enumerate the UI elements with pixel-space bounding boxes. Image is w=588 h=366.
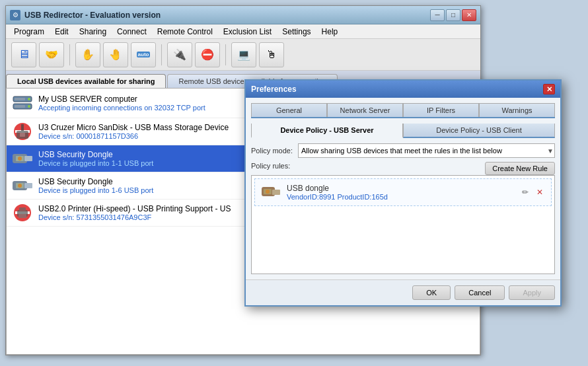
dialog-footer: OK Cancel Apply: [246, 279, 560, 305]
policy-rules-section: Create New Rule Policy rules:: [251, 162, 555, 175]
disconnect-icon: ⛔: [201, 48, 214, 61]
minimize-button[interactable]: ─: [430, 9, 445, 21]
svg-point-2: [28, 98, 30, 100]
toolbar-btn-7[interactable]: 💻: [231, 42, 256, 67]
dialog-title-bar: Preferences ✕: [246, 81, 560, 98]
svg-point-14: [18, 157, 22, 161]
tab-ip-filters[interactable]: IP Filters: [403, 103, 479, 117]
svg-rect-25: [272, 190, 280, 195]
menu-exclusion-list[interactable]: Exclusion List: [218, 26, 277, 38]
ok-button[interactable]: OK: [412, 285, 451, 300]
tab-warnings[interactable]: Warnings: [479, 103, 555, 117]
connect-icon: 🔌: [173, 48, 186, 61]
toolbar-sep-2: [161, 44, 162, 65]
rule-name: USB dongle: [287, 184, 514, 193]
menu-sharing[interactable]: Sharing: [74, 26, 112, 38]
svg-rect-23: [18, 214, 26, 218]
maximize-button[interactable]: □: [446, 9, 460, 21]
menu-remote-control[interactable]: Remote Control: [152, 26, 218, 38]
tab-general[interactable]: General: [251, 103, 327, 117]
dongle2-icon: [12, 175, 33, 196]
svg-point-27: [266, 190, 270, 194]
svg-rect-16: [24, 183, 32, 188]
policy-mode-label: Policy mode:: [251, 147, 293, 155]
blocked-printer-icon: [12, 202, 33, 223]
dialog-title: Preferences: [251, 85, 297, 94]
main-window-title: USB Redirector - Evaluation version: [24, 11, 161, 20]
dialog-tabs-row2: Device Policy - USB Server Device Policy…: [251, 124, 555, 138]
svg-point-18: [18, 184, 22, 188]
blocked-usb-icon: [12, 121, 33, 142]
cancel-button[interactable]: Cancel: [455, 285, 505, 300]
preferences-dialog: Preferences ✕ General Network Server IP …: [244, 79, 562, 307]
remote-icon: 💻: [237, 48, 250, 61]
server-icon: [12, 92, 33, 114]
toolbar-sep-3: [225, 44, 226, 65]
svg-point-3: [28, 105, 30, 108]
hand2-icon: 🤚: [109, 48, 122, 61]
remote2-icon: 🖱: [266, 49, 277, 61]
menu-settings[interactable]: Settings: [277, 26, 316, 38]
hand-icon: ✋: [81, 48, 94, 61]
toolbar-btn-4[interactable]: 🤚: [103, 42, 128, 67]
dialog-tabs-row1: General Network Server IP Filters Warnin…: [251, 103, 555, 118]
policy-mode-row: Policy mode: Allow sharing USB devices t…: [251, 143, 555, 158]
tab-device-policy-client[interactable]: Device Policy - USB Client: [403, 124, 555, 138]
menu-program[interactable]: Program: [9, 26, 50, 38]
close-main-button[interactable]: ✕: [462, 9, 476, 21]
policy-mode-select-wrapper: Allow sharing USB devices that meet the …: [298, 143, 555, 158]
menu-connect[interactable]: Connect: [112, 26, 152, 38]
toolbar-btn-5[interactable]: 🔌: [167, 42, 192, 67]
menu-help[interactable]: Help: [316, 26, 344, 38]
toolbar-sep-1: [69, 44, 70, 65]
toolbar-btn-8[interactable]: 🖱: [259, 42, 284, 67]
tab-device-policy-server[interactable]: Device Policy - USB Server: [251, 124, 403, 138]
svg-rect-22: [19, 207, 26, 211]
svg-rect-4: [15, 98, 25, 100]
svg-rect-5: [15, 105, 25, 108]
svg-rect-10: [20, 133, 25, 137]
rule-delete-button[interactable]: ✕: [534, 186, 546, 198]
apply-button[interactable]: Apply: [509, 285, 555, 300]
toolbar: 🖥 🤝 ✋ 🤚 auto 🔌 ⛔ 💻 🖱: [6, 39, 480, 71]
add-icon: 🖥: [18, 48, 30, 61]
toolbar-auto-btn[interactable]: auto: [131, 42, 156, 67]
share-icon: 🤝: [45, 48, 58, 61]
svg-rect-8: [21, 124, 24, 131]
app-icon: ⚙: [10, 10, 20, 20]
rule-detail: VendorID:8991 ProductID:165d: [287, 193, 514, 201]
menu-edit[interactable]: Edit: [50, 26, 74, 38]
toolbar-btn-2[interactable]: 🤝: [39, 42, 64, 67]
create-rule-button[interactable]: Create New Rule: [485, 162, 555, 175]
rule-edit-button[interactable]: ✏: [519, 186, 531, 198]
toolbar-add-btn[interactable]: 🖥: [11, 42, 36, 67]
toolbar-btn-6[interactable]: ⛔: [195, 42, 220, 67]
title-bar: ⚙ USB Redirector - Evaluation version ─ …: [6, 6, 480, 24]
tab-network-server[interactable]: Network Server: [327, 103, 403, 117]
auto-label: auto: [137, 52, 151, 57]
dialog-close-button[interactable]: ✕: [543, 84, 555, 94]
svg-rect-12: [24, 156, 32, 161]
dialog-body: General Network Server IP Filters Warnin…: [246, 98, 560, 279]
toolbar-btn-3[interactable]: ✋: [75, 42, 100, 67]
dongle-icon: [12, 148, 33, 169]
rule-icon: [260, 182, 281, 203]
policy-mode-select[interactable]: Allow sharing USB devices that meet the …: [298, 143, 555, 158]
menu-bar: Program Edit Sharing Connect Remote Cont…: [6, 24, 480, 39]
rules-list: USB dongle VendorID:8991 ProductID:165d …: [251, 175, 555, 274]
tab-local-usb[interactable]: Local USB devices available for sharing: [6, 74, 166, 88]
rule-item[interactable]: USB dongle VendorID:8991 ProductID:165d …: [254, 178, 552, 206]
